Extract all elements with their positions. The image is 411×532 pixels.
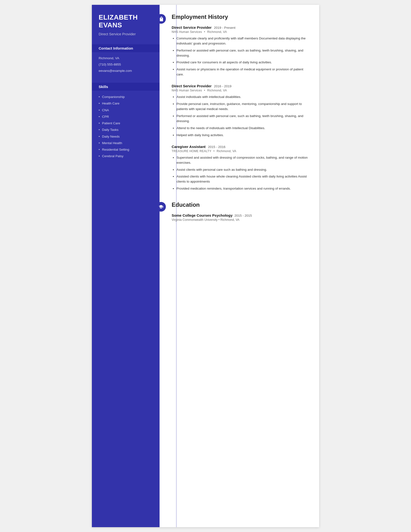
employment-section: Employment History Direct Service Provid… [172, 14, 308, 191]
skill-item: CPR [99, 114, 153, 119]
job-block: Direct Service Provider2016 - 2019NHS Hu… [172, 84, 308, 138]
skill-item: Daily Needs [99, 134, 153, 139]
job-header: Direct Service Provider2019 - Present [172, 25, 308, 29]
contact-block: Richmond, VA (710) 555-8855 eevans@examp… [99, 56, 153, 75]
job-header: Direct Service Provider2016 - 2019 [172, 84, 308, 88]
education-icon [156, 202, 166, 212]
candidate-title: Direct Service Provider [99, 31, 153, 37]
education-section: Education Some College Courses Psycholog… [172, 201, 308, 221]
job-header: Caregiver Assistant2015 - 2016 [172, 145, 308, 149]
job-title: Direct Service Provider [172, 84, 212, 88]
skill-item: Patient Care [99, 121, 153, 126]
skills-section-header: Skills [92, 83, 159, 91]
job-block: Direct Service Provider2019 - PresentNHS… [172, 25, 308, 77]
job-bullet: Assist clients with personal care such a… [177, 167, 308, 172]
candidate-name: ELIZABETH EVANS [99, 14, 153, 29]
job-bullets: Assist individuals with intellectual dis… [172, 95, 308, 138]
edu-school: Virginia Commonwealth University • Richm… [172, 218, 308, 221]
edu-title-line: Some College Courses Psychology2015 - 20… [172, 213, 308, 218]
job-title: Caregiver Assistant [172, 145, 206, 149]
job-bullets: Communicate clearly and proficiently wit… [172, 36, 308, 77]
job-title: Direct Service Provider [172, 25, 212, 29]
job-block: Caregiver Assistant2015 - 2016TREASURE H… [172, 145, 308, 191]
contact-address: Richmond, VA [99, 56, 153, 61]
contact-email: eevans@example.com [99, 69, 153, 73]
skill-item: Mental Health [99, 141, 153, 146]
skill-item: CNA [99, 108, 153, 113]
job-bullet: Helped with daily living activities. [177, 133, 308, 138]
job-bullet: Provide personal care, instruction, guid… [177, 102, 308, 112]
education-title: Education [172, 201, 308, 209]
job-company: TREASURE HOME REALTY • Richmond, VA [172, 150, 308, 153]
job-dates: 2016 - 2019 [214, 84, 231, 88]
sidebar: ELIZABETH EVANS Direct Service Provider … [92, 5, 159, 527]
job-dates: 2019 - Present [214, 26, 235, 29]
job-bullet: Assist nurses or physicians in the opera… [177, 67, 308, 77]
job-bullet: Provided care for consumers in all aspec… [177, 60, 308, 65]
main-content: Employment History Direct Service Provid… [159, 5, 319, 527]
skill-item: Companionship [99, 95, 153, 99]
job-bullet: Performed or assisted with personal care… [177, 114, 308, 124]
job-bullet: Communicate clearly and proficiently wit… [177, 36, 308, 46]
skill-item: Daily Tasks [99, 127, 153, 132]
job-company: NHS Human Services • Richmond, VA [172, 30, 308, 34]
employment-icon [156, 14, 166, 24]
employment-title: Employment History [172, 14, 308, 20]
job-bullet: Assisted clients with house whole cleani… [177, 174, 308, 184]
contact-section-header: Contact Information [92, 44, 159, 52]
job-company: NHS Human Services • Richmond, VA [172, 89, 308, 92]
skill-item: Residential Setting [99, 147, 153, 152]
job-bullets: Supervised and assisted with dressing of… [172, 155, 308, 191]
skill-item: Cerebral Palsy [99, 154, 153, 159]
skills-block: CompanionshipHealth CareCNACPRPatient Ca… [99, 95, 153, 161]
job-bullet: Performed or assisted with personal care… [177, 48, 308, 58]
edu-dates: 2015 - 2015 [234, 214, 252, 217]
edu-degree: Some College Courses Psychology [172, 213, 233, 217]
job-bullet: Supervised and assisted with dressing of… [177, 155, 308, 165]
job-bullet: Attend to the needs of individuals with … [177, 126, 308, 131]
job-dates: 2015 - 2016 [208, 145, 225, 149]
job-bullet: Provided medication reminders, transport… [177, 186, 308, 191]
education-block: Some College Courses Psychology2015 - 20… [172, 213, 308, 221]
jobs-container: Direct Service Provider2019 - PresentNHS… [172, 25, 308, 191]
resume-container: ELIZABETH EVANS Direct Service Provider … [92, 5, 319, 527]
job-bullet: Assist individuals with intellectual dis… [177, 95, 308, 100]
skill-item: Health Care [99, 101, 153, 106]
education-container: Some College Courses Psychology2015 - 20… [172, 213, 308, 221]
contact-phone: (710) 555-8855 [99, 62, 153, 67]
